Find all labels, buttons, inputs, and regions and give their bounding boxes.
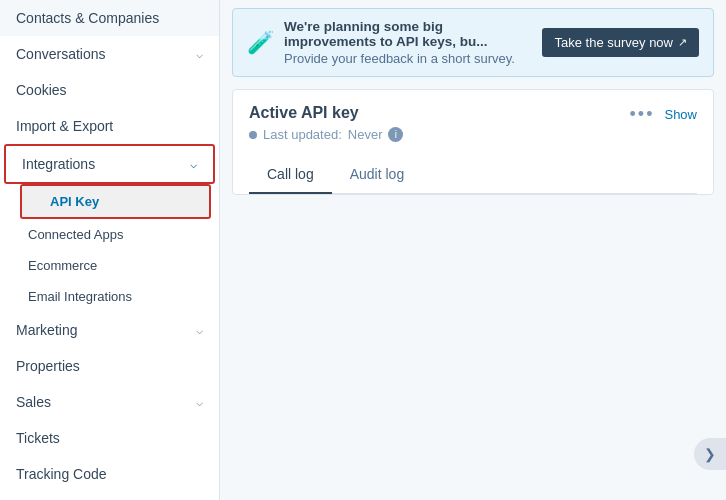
main-content: 🧪 We're planning some big improvements t… [220,0,726,500]
sidebar: Contacts & Companies Conversations ⌵ Coo… [0,0,220,500]
api-card-header: Active API key Last updated: Never i •••… [249,104,697,142]
last-updated-label: Last updated: [263,127,342,142]
sidebar-child-ecommerce[interactable]: Ecommerce [0,250,219,281]
sidebar-item-label: Import & Export [16,118,113,134]
tab-call-log-label: Call log [267,166,314,182]
chevron-down-icon: ⌵ [190,157,197,171]
sidebar-item-label: Integrations [22,156,95,172]
sidebar-item-conversations[interactable]: Conversations ⌵ [0,36,219,72]
external-link-icon: ↗ [678,36,687,49]
tab-audit-log-label: Audit log [350,166,404,182]
banner-subtitle: Provide your feedback in a short survey. [284,51,532,66]
sidebar-item-contacts-companies[interactable]: Contacts & Companies [0,0,219,36]
sidebar-item-tracking-code[interactable]: Tracking Code [0,456,219,492]
sidebar-child-connected-apps[interactable]: Connected Apps [0,219,219,250]
sidebar-child-label: API Key [50,194,99,209]
chevron-down-icon: ⌵ [196,395,203,409]
sidebar-item-properties[interactable]: Properties [0,348,219,384]
sidebar-child-api-key[interactable]: API Key [22,186,209,217]
more-options-button[interactable]: ••• [626,104,659,125]
chevron-down-icon: ⌵ [196,323,203,337]
scroll-right-arrow[interactable]: ❯ [694,438,726,470]
tab-call-log[interactable]: Call log [249,156,332,194]
api-card-left: Active API key Last updated: Never i [249,104,403,142]
last-updated-value: Never [348,127,383,142]
take-survey-label: Take the survey now [554,35,673,50]
sidebar-item-label: Sales [16,394,51,410]
sidebar-item-tickets[interactable]: Tickets [0,420,219,456]
banner-icon: 🧪 [247,30,274,56]
banner-title: We're planning some big improvements to … [284,19,532,49]
chevron-down-icon: ⌵ [196,47,203,61]
take-survey-button[interactable]: Take the survey now ↗ [542,28,699,57]
status-dot-icon [249,131,257,139]
sidebar-child-email-integrations[interactable]: Email Integrations [0,281,219,312]
show-api-key-button[interactable]: Show [664,107,697,122]
api-card-actions: ••• Show [626,104,697,125]
sidebar-item-label: Cookies [16,82,67,98]
sidebar-item-label: Tickets [16,430,60,446]
sidebar-item-sales[interactable]: Sales ⌵ [0,384,219,420]
sidebar-item-label: Marketing [16,322,77,338]
api-tabs: Call log Audit log [249,156,697,194]
sidebar-child-label: Email Integrations [28,289,132,304]
sidebar-child-label: Connected Apps [28,227,123,242]
tab-audit-log[interactable]: Audit log [332,156,422,194]
api-card-title: Active API key [249,104,403,122]
sidebar-item-import-export[interactable]: Import & Export [0,108,219,144]
api-card-meta: Last updated: Never i [249,127,403,142]
banner-text: We're planning some big improvements to … [284,19,532,66]
api-banner: 🧪 We're planning some big improvements t… [232,8,714,77]
sidebar-item-cookies[interactable]: Cookies [0,72,219,108]
chevron-right-icon: ❯ [704,446,716,462]
api-key-card: Active API key Last updated: Never i •••… [232,89,714,195]
sidebar-item-label: Conversations [16,46,106,62]
sidebar-item-label: Contacts & Companies [16,10,159,26]
sidebar-item-label: Tracking Code [16,466,107,482]
info-icon[interactable]: i [388,127,403,142]
sidebar-child-label: Ecommerce [28,258,97,273]
sidebar-item-integrations[interactable]: Integrations ⌵ [6,146,213,182]
sidebar-item-label: Properties [16,358,80,374]
sidebar-item-marketing[interactable]: Marketing ⌵ [0,312,219,348]
